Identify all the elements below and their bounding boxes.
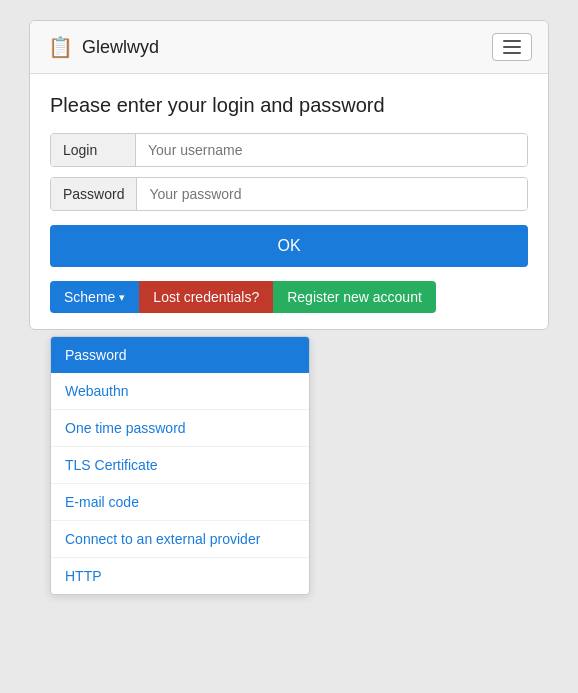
scheme-dropdown: Password Webauthn One time password TLS … [50,336,310,595]
dropdown-item-webauthn[interactable]: Webauthn [51,373,309,410]
dropdown-item-tls[interactable]: TLS Certificate [51,447,309,484]
lost-credentials-button[interactable]: Lost credentials? [139,281,273,313]
scheme-button[interactable]: Scheme [50,281,139,313]
dropdown-item-external[interactable]: Connect to an external provider [51,521,309,558]
dropdown-item-otp[interactable]: One time password [51,410,309,447]
username-input[interactable] [136,134,527,166]
hamburger-line-2 [503,46,521,48]
password-input[interactable] [137,178,527,210]
brand-icon: 📋 [46,33,74,61]
dropdown-item-email[interactable]: E-mail code [51,484,309,521]
action-row: Scheme Lost credentials? Register new ac… [50,281,528,313]
dropdown-header: Password [51,337,309,373]
password-group: Password [50,177,528,211]
dropdown-item-http[interactable]: HTTP [51,558,309,594]
card-header: 📋 Glewlwyd [30,21,548,74]
login-card: 📋 Glewlwyd Please enter your login and p… [29,20,549,330]
card-body: Please enter your login and password Log… [30,74,548,329]
password-label: Password [51,178,137,210]
hamburger-line-1 [503,40,521,42]
username-group: Login [50,133,528,167]
register-button[interactable]: Register new account [273,281,436,313]
hamburger-line-3 [503,52,521,54]
brand: 📋 Glewlwyd [46,33,159,61]
username-label: Login [51,134,136,166]
page-title: Please enter your login and password [50,94,528,117]
hamburger-button[interactable] [492,33,532,61]
brand-name: Glewlwyd [82,37,159,58]
ok-button[interactable]: OK [50,225,528,267]
